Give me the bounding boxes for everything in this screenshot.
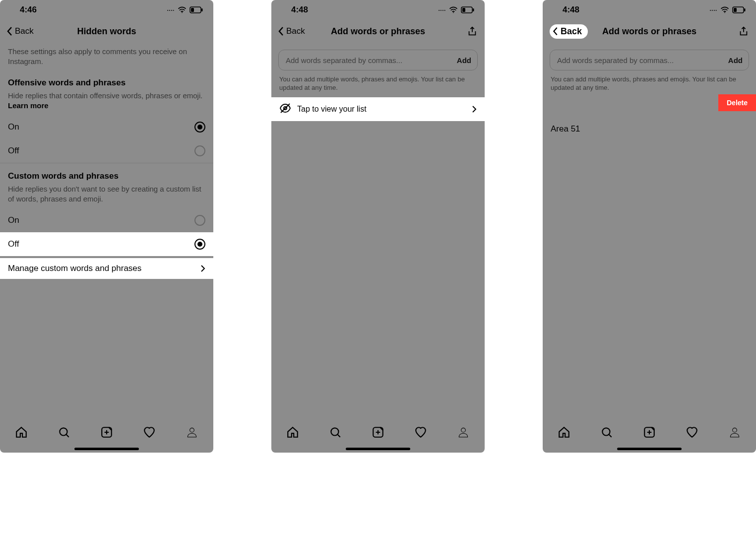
- create-icon[interactable]: [100, 426, 113, 439]
- back-button-highlighted[interactable]: Back: [550, 24, 588, 39]
- back-label: Back: [15, 26, 34, 36]
- wifi-icon: [178, 6, 187, 13]
- search-icon[interactable]: [600, 426, 613, 439]
- home-icon[interactable]: [15, 426, 28, 439]
- cellular-dots-icon: ••••: [439, 8, 446, 12]
- bottom-nav: [0, 419, 213, 445]
- status-bar: 4:48 ••••: [271, 0, 485, 20]
- spacer: [0, 279, 213, 419]
- custom-title: Custom words and phrases: [0, 163, 213, 184]
- svg-point-16: [331, 428, 338, 435]
- battery-icon: [461, 6, 475, 13]
- profile-icon[interactable]: [728, 426, 741, 439]
- tap-view-list-row[interactable]: Tap to view your list: [271, 97, 485, 121]
- share-button[interactable]: [738, 26, 749, 37]
- delete-button[interactable]: Delete: [718, 94, 756, 111]
- words-input[interactable]: [556, 56, 728, 65]
- search-icon[interactable]: [58, 426, 70, 439]
- svg-rect-25: [734, 8, 737, 12]
- svg-rect-2: [201, 8, 203, 11]
- svg-line-17: [337, 434, 340, 437]
- svg-point-9: [190, 428, 194, 432]
- content-area: Add You can add multiple words, phrases …: [271, 43, 485, 419]
- status-icons: ••••: [710, 6, 746, 13]
- chevron-right-icon: [472, 105, 477, 113]
- status-bar: 4:48 ••••: [543, 0, 756, 20]
- eye-off-icon: [279, 102, 291, 116]
- battery-icon: [189, 6, 203, 13]
- profile-icon[interactable]: [186, 426, 198, 439]
- manage-custom-label: Manage custom words and phrases: [8, 264, 141, 273]
- offensive-on-label: On: [8, 122, 19, 132]
- svg-point-31: [733, 428, 737, 432]
- content-area: Add You can add multiple words, phrases …: [543, 43, 756, 419]
- spacer: [271, 121, 485, 419]
- svg-point-0: [182, 12, 183, 13]
- hidden-word-item[interactable]: Area 51: [543, 115, 756, 143]
- back-label: Back: [561, 26, 582, 37]
- back-button[interactable]: Back: [278, 26, 305, 36]
- add-words-field[interactable]: Add: [278, 50, 478, 70]
- home-indicator: [0, 445, 213, 453]
- radio-custom-off-selected[interactable]: [194, 239, 205, 250]
- chevron-right-icon: [200, 265, 205, 272]
- custom-on-row[interactable]: On: [0, 208, 213, 232]
- add-button[interactable]: Add: [728, 56, 743, 65]
- nav-header: Back Add words or phrases: [543, 20, 756, 43]
- svg-point-10: [453, 12, 454, 13]
- nav-header: Back Hidden words: [0, 20, 213, 43]
- page-title: Add words or phrases: [602, 26, 696, 37]
- helper-text: You can add multiple words, phrases and …: [543, 73, 756, 97]
- svg-point-26: [602, 428, 610, 435]
- status-bar: 4:46 ••••: [0, 0, 213, 20]
- radio-off[interactable]: [194, 145, 205, 156]
- home-indicator: [271, 445, 485, 453]
- page-title: Add words or phrases: [331, 26, 425, 37]
- learn-more-link[interactable]: Learn more: [8, 101, 49, 110]
- svg-point-22: [724, 12, 725, 13]
- offensive-off-row[interactable]: Off: [0, 139, 213, 163]
- cellular-dots-icon: ••••: [710, 8, 717, 12]
- add-button[interactable]: Add: [457, 56, 471, 65]
- intro-text: These settings also apply to comments yo…: [0, 43, 213, 70]
- svg-line-5: [66, 434, 68, 437]
- page-title: Hidden words: [77, 26, 136, 37]
- screen-hidden-words: 4:46 •••• Back Hidden words These settin…: [0, 0, 213, 453]
- search-icon[interactable]: [329, 426, 342, 439]
- heart-icon[interactable]: [686, 426, 698, 439]
- manage-custom-row[interactable]: Manage custom words and phrases: [0, 258, 213, 279]
- svg-rect-24: [744, 8, 746, 11]
- helper-text: You can add multiple words, phrases and …: [271, 73, 485, 97]
- offensive-on-row[interactable]: On: [0, 115, 213, 139]
- heart-icon[interactable]: [414, 426, 427, 439]
- offensive-desc: Hide replies that contain offensive word…: [0, 91, 213, 115]
- radio-custom-on[interactable]: [194, 215, 205, 226]
- battery-icon: [732, 6, 746, 13]
- nav-header: Back Add words or phrases: [271, 20, 485, 43]
- home-icon[interactable]: [558, 426, 570, 439]
- share-button[interactable]: [467, 26, 478, 37]
- svg-line-27: [609, 434, 611, 437]
- heart-icon[interactable]: [143, 426, 156, 439]
- bottom-nav: [271, 419, 485, 445]
- svg-rect-12: [473, 8, 474, 11]
- radio-on-selected[interactable]: [194, 122, 205, 133]
- custom-off-row[interactable]: Off: [0, 232, 213, 256]
- profile-icon[interactable]: [457, 426, 470, 439]
- add-words-field[interactable]: Add: [550, 50, 749, 70]
- home-icon[interactable]: [286, 426, 299, 439]
- svg-point-4: [60, 428, 67, 435]
- offensive-off-label: Off: [8, 146, 19, 156]
- cellular-dots-icon: ••••: [167, 8, 175, 12]
- create-icon[interactable]: [372, 426, 384, 439]
- words-input[interactable]: [285, 56, 457, 65]
- delete-label: Delete: [727, 99, 748, 107]
- wifi-icon: [720, 6, 729, 13]
- offensive-desc-text: Hide replies that contain offensive word…: [8, 91, 202, 100]
- status-icons: ••••: [167, 6, 203, 13]
- spacer: [543, 143, 756, 419]
- status-time: 4:46: [20, 5, 37, 15]
- back-button[interactable]: Back: [7, 26, 34, 36]
- custom-off-label: Off: [8, 239, 19, 249]
- create-icon[interactable]: [643, 426, 656, 439]
